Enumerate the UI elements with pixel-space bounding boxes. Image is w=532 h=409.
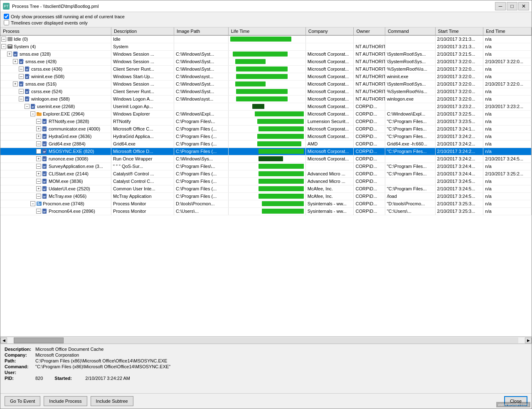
end-time-cell: 2/10/2017 3:25:2... — [483, 170, 532, 177]
svg-rect-21 — [20, 84, 22, 84]
table-row[interactable]: + UdaterUI.exe (2520) Common User Inte..… — [0, 185, 532, 192]
expand-button[interactable]: + — [7, 52, 12, 57]
expand-button[interactable]: ─ — [36, 179, 41, 184]
table-row[interactable]: ─ SurveyApplication.exe (3... " " " QoS-… — [0, 163, 532, 170]
expand-button[interactable]: ─ — [1, 37, 6, 42]
expand-button[interactable]: ─ — [19, 89, 24, 94]
expand-button[interactable]: − — [25, 104, 30, 109]
scroll-left-button[interactable]: ◀ — [0, 338, 7, 343]
svg-rect-47 — [43, 136, 46, 137]
detail-pid-row: PID: 820 Started: 2/10/2017 3:24:22 AM — [5, 376, 527, 381]
expand-button[interactable]: ─ — [19, 96, 24, 101]
table-row[interactable]: ─ csrss.exe (436) Client Server Runt...C… — [0, 65, 532, 73]
owner-cell: CORP\D... — [354, 170, 385, 177]
col-image-path[interactable]: Image Path — [174, 27, 228, 35]
checkbox-timelines[interactable] — [4, 20, 9, 25]
expand-button[interactable]: ─ — [19, 74, 24, 79]
expand-button[interactable]: ─ — [19, 67, 24, 71]
table-row[interactable]: ─ Idle (0) Idle2/10/2017 3:21:3...n/a — [0, 35, 532, 43]
desc-cell: RTNotify — [111, 118, 174, 125]
go-to-event-button[interactable]: Go To Event — [5, 396, 40, 406]
scrollbar-thumb[interactable] — [14, 338, 64, 343]
command-cell — [385, 103, 435, 110]
scroll-right-button[interactable]: ▶ — [525, 338, 532, 343]
table-row[interactable]: ─ csrss.exe (524) Client Server Runt...C… — [0, 88, 532, 95]
table-row[interactable]: + CLIStart.exe (2144) Catalyst® Control … — [0, 170, 532, 177]
table-row[interactable]: − Explorer.EXE (2964) Windows ExplorerC:… — [0, 110, 532, 118]
path-cell: C:\Program Files (... — [174, 177, 228, 185]
process-icon — [42, 208, 48, 214]
include-subtree-button[interactable]: Include Subtree — [91, 396, 133, 406]
tree-container[interactable]: Process Description Image Path Life Time… — [0, 27, 532, 337]
table-row[interactable]: + smss.exe (328) Windows Session ...C:\W… — [0, 50, 532, 58]
expand-button[interactable]: + — [36, 156, 41, 161]
expand-button[interactable]: ─ — [36, 194, 41, 199]
expand-button[interactable]: + — [36, 134, 41, 139]
table-row[interactable]: ─ Grid64.exe (2884) Grid64.exeC:\Program… — [0, 140, 532, 148]
table-row[interactable]: ─ wininit.exe (508) Windows Start-Up...C… — [0, 73, 532, 80]
owner-cell: NT AUTHORITY\... — [354, 88, 385, 95]
close-title-button[interactable]: ✕ — [518, 2, 529, 10]
table-row[interactable]: + smss.exe (516) Windows Session ...C:\W… — [0, 80, 532, 88]
end-time-cell: n/a — [483, 207, 532, 215]
checkbox-show-running-label: Only show processes still running at end… — [11, 14, 125, 19]
expand-button[interactable]: + — [36, 126, 41, 131]
col-lifetime[interactable]: Life Time — [228, 27, 305, 35]
table-row[interactable]: ─ RTNotify.exe (3828) RTNotifyC:\Program… — [0, 118, 532, 125]
col-command[interactable]: Command — [385, 27, 435, 35]
start-time-cell: 2/10/2017 3:24:2... — [435, 155, 483, 163]
owner-cell — [354, 35, 385, 43]
table-row[interactable]: + HydraGrd.exe (3636) HydraGrid Applica.… — [0, 133, 532, 140]
table-row[interactable]: − Procmon.exe (3748) Process MonitorD:\t… — [0, 200, 532, 207]
expand-button[interactable]: + — [13, 81, 18, 86]
desc-cell: System — [111, 43, 174, 50]
expand-button[interactable]: + — [36, 186, 41, 191]
expand-button[interactable]: ─ — [36, 164, 41, 169]
table-row[interactable]: − System (4) SystemNT AUTHORITY\...2/10/… — [0, 43, 532, 50]
desc-cell: Process Monitor — [111, 200, 174, 207]
include-process-button[interactable]: Include Process — [44, 396, 87, 406]
table-row[interactable]: ─ Procmon64.exe (2896) Process MonitorC:… — [0, 207, 532, 215]
table-row[interactable]: + runonce.exe (3008) Run Once WrapperC:\… — [0, 155, 532, 163]
col-company[interactable]: Company — [305, 27, 354, 35]
lifetime-cell — [228, 125, 305, 133]
expand-button[interactable]: ─ — [36, 141, 41, 146]
col-description[interactable]: Description — [111, 27, 174, 35]
table-row[interactable]: + communicator.exe (4000) Microsoft Offi… — [0, 125, 532, 133]
expand-button[interactable]: − — [30, 201, 35, 206]
col-end-time[interactable]: End Time — [483, 27, 532, 35]
path-cell: C:\Windows\Syst... — [174, 65, 228, 73]
table-row[interactable]: ─ McTray.exe (4056) McTray ApplicationC:… — [0, 192, 532, 200]
col-start-time[interactable]: Start Time — [435, 27, 483, 35]
checkbox-show-running[interactable] — [4, 14, 9, 19]
command-cell: "C:\Program Files... — [385, 170, 435, 177]
svg-rect-71 — [43, 181, 46, 182]
expand-button[interactable]: + — [13, 59, 18, 64]
svg-rect-18 — [26, 77, 28, 78]
company-cell: Microsoft Corporat... — [305, 95, 354, 103]
user-label: User: — [5, 370, 34, 375]
minimize-button[interactable]: ─ — [495, 2, 506, 10]
expand-button[interactable]: ─ — [36, 119, 41, 124]
svg-marker-54 — [46, 149, 47, 150]
table-row[interactable]: ─ MOM.exe (3836) Catalyst Control C...C:… — [0, 177, 532, 185]
table-row[interactable]: ─ winlogon.exe (588) Windows Logon A...C… — [0, 95, 532, 103]
table-row[interactable]: ─ MSOSYNC.EXE (820) Microsoft Office D..… — [0, 148, 532, 155]
col-process[interactable]: Process — [0, 27, 111, 35]
maximize-button[interactable]: □ — [507, 2, 517, 10]
company-cell: Microsoft Corporat... — [305, 155, 354, 163]
col-owner[interactable]: Owner — [354, 27, 385, 35]
expand-button[interactable]: + — [36, 171, 41, 176]
owner-cell: CORP\D... — [354, 177, 385, 185]
table-row[interactable]: − userinit.exe (2268) Userinit Logon Ap.… — [0, 103, 532, 110]
company-cell: AMD — [305, 140, 354, 148]
expand-button[interactable]: ─ — [36, 209, 41, 214]
description-value: Microsoft Office Document Cache — [35, 347, 103, 352]
end-time-cell: n/a — [483, 140, 532, 148]
owner-cell: NT AUTHORITY\... — [354, 50, 385, 58]
table-row[interactable]: + smss.exe (428) Windows Session ...C:\W… — [0, 58, 532, 65]
expand-button[interactable]: − — [30, 111, 35, 116]
expand-button[interactable]: ─ — [36, 149, 41, 154]
lifetime-cell — [228, 177, 305, 185]
expand-button[interactable]: − — [1, 44, 6, 49]
